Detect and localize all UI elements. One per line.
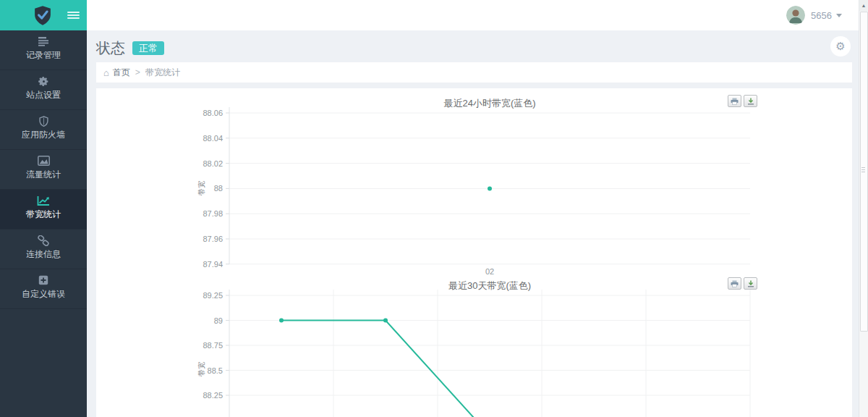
download-chart-button[interactable] bbox=[744, 95, 757, 107]
data-point bbox=[279, 319, 284, 323]
avatar bbox=[786, 6, 805, 25]
print-chart-button[interactable] bbox=[728, 95, 741, 107]
breadcrumb: ⌂ 首页 > 带宽统计 bbox=[96, 62, 852, 83]
list-icon bbox=[38, 35, 49, 48]
sidebar-item-label: 带宽统计 bbox=[26, 208, 61, 221]
link-icon bbox=[38, 234, 49, 247]
scroll-up-arrow-icon[interactable]: ▲ bbox=[859, 0, 868, 11]
home-icon: ⌂ bbox=[103, 67, 109, 78]
page-scrollbar[interactable]: ▲ bbox=[859, 0, 868, 417]
settings-gear-button[interactable]: ⚙ bbox=[830, 36, 851, 56]
sidebar-item-label: 站点设置 bbox=[26, 89, 61, 101]
chevron-down-icon bbox=[836, 14, 842, 17]
y-tick-label: 89.25 bbox=[138, 291, 223, 300]
y-tick-label: 87.98 bbox=[138, 209, 223, 218]
area-chart-icon bbox=[38, 154, 50, 167]
breadcrumb-current: 带宽统计 bbox=[145, 67, 180, 79]
sidebar-item-records[interactable]: 记录管理 bbox=[0, 30, 87, 70]
sidebar-item-custom-errors[interactable]: 自定义错误 bbox=[0, 269, 87, 309]
y-tick-label: 88.02 bbox=[138, 159, 223, 168]
sidebar-item-connections[interactable]: 连接信息 bbox=[0, 229, 87, 269]
sidebar-item-label: 连接信息 bbox=[26, 248, 61, 261]
breadcrumb-separator: > bbox=[135, 67, 140, 77]
plus-square-icon bbox=[38, 274, 48, 287]
y-tick-label: 88 bbox=[138, 184, 223, 193]
series-line bbox=[281, 321, 490, 417]
sidebar: 记录管理 站点设置 应用防火墙 bbox=[0, 0, 87, 417]
sidebar-nav: 记录管理 站点设置 应用防火墙 bbox=[0, 30, 87, 309]
logo-bar bbox=[0, 0, 87, 30]
app-window: 记录管理 站点设置 应用防火墙 bbox=[0, 0, 868, 417]
scrollbar-thumb[interactable] bbox=[860, 12, 868, 332]
download-chart-button[interactable] bbox=[744, 277, 757, 290]
y-tick-label: 87.96 bbox=[138, 235, 223, 243]
page-title: 状态 bbox=[96, 38, 125, 58]
breadcrumb-home-link[interactable]: 首页 bbox=[113, 67, 130, 79]
data-point bbox=[383, 319, 388, 323]
print-chart-button[interactable] bbox=[728, 277, 741, 290]
charts-panel: 最近24小时带宽(蓝色) 带宽 最近30天带宽(蓝色) bbox=[96, 88, 852, 417]
shield-icon bbox=[39, 114, 48, 127]
sidebar-item-site-settings[interactable]: 站点设置 bbox=[0, 70, 87, 110]
menu-toggle-icon[interactable] bbox=[67, 10, 80, 20]
y-tick-label: 88.06 bbox=[138, 109, 223, 117]
y-tick-label: 89 bbox=[138, 316, 223, 325]
page-head: 状态 正常 bbox=[96, 38, 164, 58]
line-chart-icon bbox=[37, 194, 50, 207]
scrollbar-grip bbox=[861, 167, 865, 174]
chart-export-group bbox=[726, 277, 757, 290]
shield-logo-icon bbox=[32, 5, 54, 29]
user-menu[interactable]: 5656 bbox=[786, 6, 842, 25]
sidebar-item-firewall[interactable]: 应用防火墙 bbox=[0, 110, 87, 150]
chart-export-group bbox=[726, 95, 757, 107]
sidebar-item-label: 自定义错误 bbox=[22, 288, 65, 300]
y-tick-label: 88.04 bbox=[138, 134, 223, 143]
y-tick-label: 87.94 bbox=[138, 260, 223, 269]
chart-title-24h: 最近24小时带宽(蓝色) bbox=[229, 97, 750, 110]
y-tick-label: 88.75 bbox=[138, 341, 223, 350]
sidebar-item-label: 应用防火墙 bbox=[22, 129, 65, 141]
y-tick-label: 88.25 bbox=[138, 391, 223, 400]
username: 5656 bbox=[811, 10, 832, 21]
gear-icon bbox=[38, 75, 49, 88]
sidebar-item-bandwidth-stats[interactable]: 带宽统计 bbox=[0, 190, 87, 229]
x-tick-label: 02 bbox=[485, 267, 494, 276]
sidebar-item-label: 流量统计 bbox=[26, 169, 61, 181]
data-point bbox=[488, 186, 492, 190]
topbar: 5656 bbox=[87, 0, 868, 30]
status-badge: 正常 bbox=[132, 41, 164, 55]
y-tick-label: 88.5 bbox=[138, 366, 223, 375]
chart-title-30d: 最近30天带宽(蓝色) bbox=[229, 279, 750, 292]
sidebar-item-traffic-stats[interactable]: 流量统计 bbox=[0, 150, 87, 190]
sidebar-item-label: 记录管理 bbox=[26, 49, 61, 62]
